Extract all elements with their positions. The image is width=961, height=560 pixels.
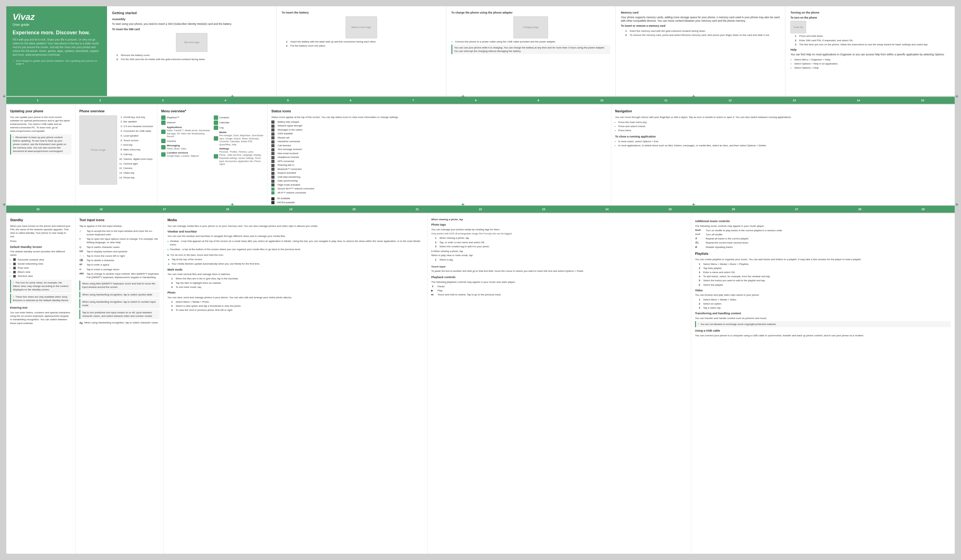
- phone-overview-content: Phone image On/off key, lock key Ear spe…: [79, 116, 153, 185]
- menu-messaging: Messaging Photo, Music, Video: [161, 144, 211, 150]
- num-sym-icon: 123: [79, 250, 86, 253]
- handsfree-label: Handsfree connected: [278, 140, 607, 143]
- phone-diagram: Phone image: [79, 116, 117, 185]
- playlists-steps: Select Menu > Media > Music > Playlists.…: [695, 262, 951, 287]
- transferring-desc: You can transfer and handle content such…: [695, 316, 951, 320]
- sms-icon: [272, 148, 275, 151]
- datasync-icon: [272, 180, 275, 183]
- standby-title: Standby: [10, 218, 71, 222]
- sep-band-2: 15 16 17 18 19 20 21 22 23 24 25 26 27 2…: [6, 206, 955, 213]
- fav-contacts-icon: [13, 258, 16, 261]
- standby-note2: ! These five views are only available wh…: [10, 294, 71, 303]
- battery-step-2: Put the battery cover into place.: [286, 44, 441, 48]
- keylock-icon: [272, 172, 275, 175]
- media-title: Media: [167, 218, 423, 222]
- tap-touchbar-note: ▲ Tap at the top of the screen.: [167, 258, 423, 261]
- media-desc: You can manage media files in your phone…: [167, 224, 423, 228]
- phone-parts-list: On/off key, lock key Ear speaker 3.5 mm …: [120, 116, 153, 185]
- playlists-title: Playlists: [695, 251, 951, 256]
- handsfree-icon: [272, 140, 275, 143]
- tap-icon-note: ▶ For an icon in the bars, touch and hol…: [167, 253, 423, 257]
- assembly-text: To start using your phone, you need to i…: [112, 22, 272, 26]
- keylock-label: Keylock activated: [278, 172, 607, 175]
- roam-icon: [272, 164, 275, 167]
- battery-steps: Insert the battery with the label side u…: [282, 40, 441, 48]
- mark-mode-desc: You can mark several files and manage th…: [167, 273, 423, 276]
- viewbar-row: • Viewbar - a bar that appears at the to…: [167, 239, 423, 246]
- touchbar-row: • Touchbar - a bar at the bottom of the …: [167, 247, 423, 252]
- assembly-title: Assembly: [112, 17, 272, 21]
- media-col: Media You can manage media files in your…: [164, 213, 427, 554]
- playlists-desc: You can create playlists to organise you…: [695, 258, 951, 261]
- pause-icon: ⏸: [431, 285, 436, 288]
- shuff-icon: Shuff: [695, 229, 704, 232]
- bullet1: •: [167, 239, 169, 246]
- standby-desc: When you have turned on the phone and en…: [10, 224, 71, 239]
- flow-icon: [13, 267, 16, 269]
- viewbar-title: Viewbar and touchbar: [167, 229, 423, 234]
- video-steps: Select Menu > Media > Video. Select an o…: [695, 298, 951, 310]
- tap-touchbar-note2: ▲ Your media libraries update automatica…: [167, 262, 423, 266]
- menu-overview-col: Menu overview* PlayNow™ Internet Applic: [157, 104, 268, 205]
- getting-started-title: Getting started: [112, 11, 272, 15]
- standby-note1: ! The icon for some views, for example, …: [10, 280, 71, 293]
- arrow-icon: ▶: [167, 253, 169, 257]
- apps-icon: [161, 130, 166, 134]
- when-mark: When in play view or mark mode, tap: [431, 254, 687, 257]
- logo-area: Vivaz User guide: [13, 12, 101, 26]
- turning-steps: Press and hold down. Enter SIM card PIN,…: [791, 34, 950, 46]
- headphone-label: Headphone inserted: [278, 156, 607, 159]
- status-icons-grid: Battery fully charged Network signal str…: [272, 120, 607, 195]
- menu-contacts: Contacts: [214, 116, 264, 120]
- cross-3: +: [692, 93, 695, 100]
- bottom-main-section: Standby When you have turned on the phon…: [6, 213, 955, 554]
- photo-steps: Select Menu > Media > Photo. Select a vi…: [167, 300, 423, 312]
- default-standby-title: Default Standby Screen: [10, 245, 71, 249]
- navigation-list: Press the main menu key. Press and selec…: [615, 120, 951, 132]
- menu-calendar: Calendar: [214, 120, 264, 125]
- menu-location: Location services Google Maps, Location,…: [161, 151, 211, 157]
- settings-icon: [214, 154, 218, 159]
- email-icon: [272, 152, 275, 155]
- additional-music-title: Additional music controls: [695, 219, 951, 223]
- assembly-subtitle: To insert the SIM card: [112, 28, 272, 32]
- bullet2: •: [167, 247, 169, 252]
- roam-label: Roaming late in: [278, 164, 607, 167]
- standby-col: Standby When you have turned on the phon…: [6, 213, 76, 554]
- when-viewing: 1 When viewing a photo, tap: [431, 249, 687, 253]
- turn-step-3: The first time you turn on the phone, fo…: [795, 43, 950, 46]
- viewbar-desc: You can use the viewbar and touchbar to …: [167, 234, 423, 238]
- usb-desc: You can connect your phone to a computer…: [695, 334, 951, 337]
- flight-label: Flight mode activated: [278, 183, 607, 187]
- charge-step-1: Connect the phone to a power outlet usin…: [455, 40, 611, 43]
- insert-battery-col: To insert the battery Battery insert ima…: [277, 6, 446, 96]
- gps-icon: [272, 160, 275, 163]
- kbd-icon: ABC: [79, 272, 86, 279]
- entering-text-title: Entering text: [10, 306, 71, 310]
- usb-title: Using a USB cable: [695, 329, 951, 333]
- memory-subtitle: To insert or remove a memory card: [621, 24, 780, 28]
- menu-settings: Settings Personal - Profiles, Themes, Lo…: [214, 147, 264, 166]
- help-title: Help: [791, 48, 950, 52]
- additional-music-desc: The following music controls may appear …: [695, 224, 951, 228]
- phone-overview-title: Phone overview: [79, 109, 153, 114]
- memory-desc: Your phone supports memory cards, adding…: [621, 16, 780, 23]
- handwriting-icon: A𝑔: [79, 321, 83, 325]
- help-items: Select Menu > Organiser > Help. Select O…: [791, 58, 950, 70]
- status-icons-title: Status icons: [272, 109, 607, 114]
- arrow-lr-icon: ←→: [79, 254, 86, 258]
- hscpa-icon: [272, 201, 275, 204]
- disable-repeat-icon: ⊘: [695, 246, 704, 249]
- phone-overview-col: Phone overview Phone image On/off key, l…: [76, 104, 157, 205]
- check-icon: ✓: [79, 229, 86, 236]
- sim-image: SIM card image: [176, 33, 207, 52]
- brand-subtitle: User guide: [13, 22, 101, 26]
- memory-step-1: Insert the memory card with the gold-col…: [625, 29, 780, 33]
- music-controls-grid: ShuffTurn on shuffle to play tracks in t…: [695, 229, 951, 249]
- photo-title: Photo: [167, 291, 423, 295]
- playback-desc: The following playback controls may appe…: [431, 280, 687, 284]
- missed-call-icon: [272, 136, 275, 140]
- headphone-icon: [272, 156, 275, 159]
- diamond-icon: ◇: [79, 246, 86, 249]
- diverted-label: Call diverted: [278, 144, 607, 148]
